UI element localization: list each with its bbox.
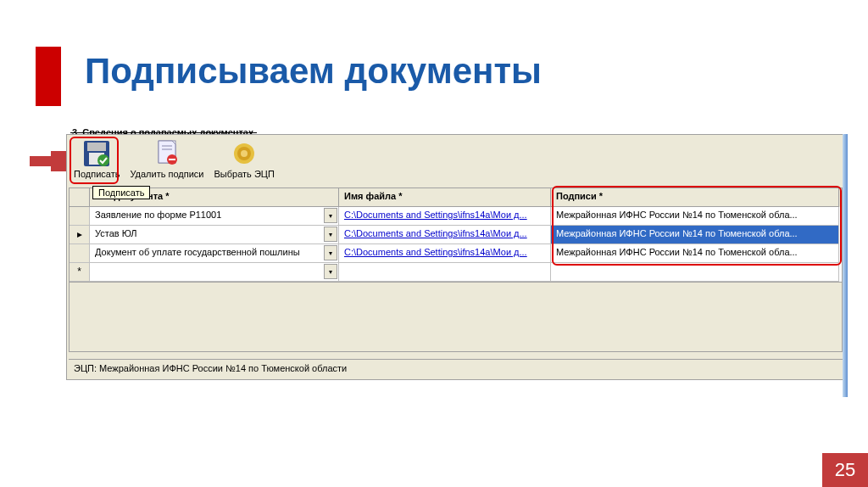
choose-ecp-button[interactable]: Выбрать ЭЦП [214,138,275,179]
documents-grid[interactable]: ние документа * Имя файла * Подписи * За… [69,188,843,352]
file-name-cell[interactable] [339,263,551,282]
page-delete-icon [152,138,182,169]
sign-button[interactable]: Подписать [74,138,120,179]
table-row[interactable]: Документ об уплате государственной пошли… [70,244,842,263]
col-sign-header[interactable]: Подписи * [551,188,839,207]
accent-bar [36,47,61,106]
row-marker-header [70,188,90,207]
row-marker: ▸ [70,226,90,244]
pointer-arrow-icon [30,151,68,171]
col-file-header[interactable]: Имя файла * [339,188,551,207]
app-panel: Подписать Удалить подписи [66,134,845,380]
signature-cell[interactable]: Межрайонная ИФНС России №14 по Тюменской… [551,207,839,226]
doc-name-cell[interactable]: ▾ [90,263,339,282]
file-link[interactable]: C:\Documents and Settings\ifns14a\Мои д.… [344,210,527,220]
file-name-cell[interactable]: C:\Documents and Settings\ifns14a\Мои д.… [339,226,551,244]
file-link[interactable]: C:\Documents and Settings\ifns14a\Мои д.… [344,247,527,257]
dropdown-arrow-icon[interactable]: ▾ [324,227,337,242]
grid-header-row: ние документа * Имя файла * Подписи * [70,188,842,207]
signature-cell[interactable]: Межрайонная ИФНС России №14 по Тюменской… [551,244,839,263]
svg-marker-0 [30,151,68,171]
row-marker: * [70,263,90,282]
signature-cell[interactable] [551,263,839,282]
dropdown-arrow-icon[interactable]: ▾ [324,208,337,223]
sign-label: Подписать [74,169,120,179]
delete-sig-button[interactable]: Удалить подписи [130,138,203,179]
file-link[interactable]: C:\Documents and Settings\ifns14a\Мои д.… [344,228,527,238]
row-marker [70,244,90,263]
toolbar: Подписать Удалить подписи [74,138,275,179]
file-name-cell[interactable]: C:\Documents and Settings\ifns14a\Мои д.… [339,207,551,226]
svg-rect-2 [87,143,106,151]
dropdown-arrow-icon[interactable]: ▾ [324,264,337,279]
dropdown-arrow-icon[interactable]: ▾ [324,245,337,260]
file-name-cell[interactable]: C:\Documents and Settings\ifns14a\Мои д.… [339,244,551,263]
choose-ecp-label: Выбрать ЭЦП [214,169,275,179]
window-edge [843,134,848,397]
row-marker [70,207,90,226]
strike-line [70,132,257,133]
disk-sign-icon [81,138,112,169]
doc-name-cell[interactable]: Устав ЮЛ▾ [90,226,339,244]
doc-name-cell[interactable]: Документ об уплате государственной пошли… [90,244,339,263]
svg-point-4 [97,154,109,166]
doc-name-cell[interactable]: Заявление по форме Р11001▾ [90,207,339,226]
table-row[interactable]: ▸Устав ЮЛ▾C:\Documents and Settings\ifns… [70,226,842,244]
signature-cell[interactable]: Межрайонная ИФНС России №14 по Тюменской… [551,226,839,244]
table-row[interactable]: *▾ [70,263,842,282]
page-title: Подписываем документы [85,51,542,92]
svg-point-12 [241,150,248,157]
grid-filler [70,282,842,351]
sign-tooltip: Подписать [92,186,150,199]
status-bar: ЭЦП: Межрайонная ИФНС России №14 по Тюме… [69,359,843,378]
table-row[interactable]: Заявление по форме Р11001▾C:\Documents a… [70,207,842,226]
page-number: 25 [822,453,868,487]
seal-icon [229,138,259,169]
delete-sig-label: Удалить подписи [130,169,203,179]
